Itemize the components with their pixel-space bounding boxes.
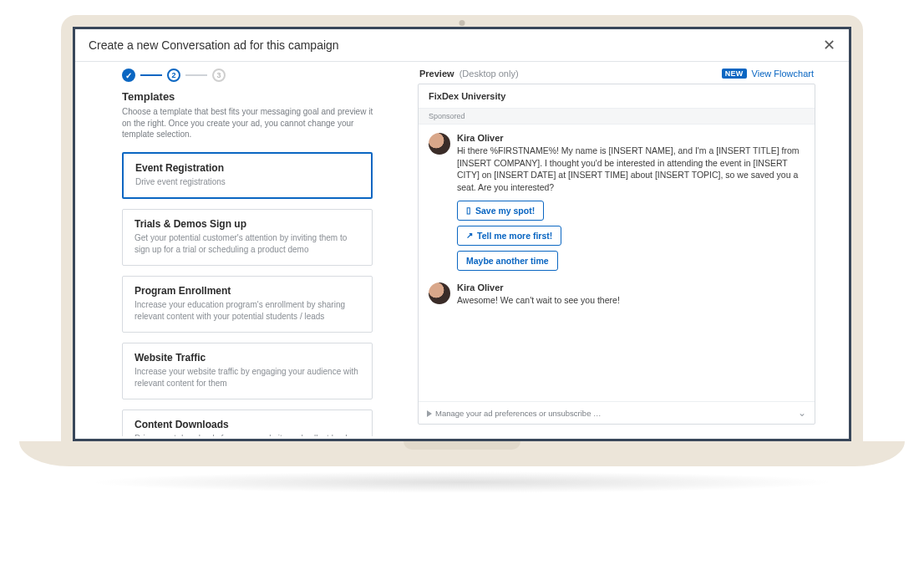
step-line xyxy=(140,74,162,76)
template-desc: Get your potential customer's attention … xyxy=(135,232,360,255)
chevron-down-icon: ⌄ xyxy=(798,407,806,419)
preview-label: Preview xyxy=(419,69,454,79)
templates-desc: Choose a template that best fits your me… xyxy=(122,106,381,140)
avatar xyxy=(429,282,450,304)
template-title: Content Downloads xyxy=(135,419,360,430)
templates-heading: Templates xyxy=(122,90,393,103)
camera-dot xyxy=(459,20,465,26)
laptop-base xyxy=(19,441,905,466)
modal-header: Create a new Conversation ad for this ca… xyxy=(75,29,849,62)
cta-save-spot[interactable]: ▯ Save my spot! xyxy=(457,201,544,221)
view-flowchart-link[interactable]: View Flowchart xyxy=(752,69,814,79)
step-2[interactable]: 2 xyxy=(167,69,180,82)
template-title: Trials & Demos Sign up xyxy=(135,218,360,230)
modal-title: Create a new Conversation ad for this ca… xyxy=(89,38,339,52)
preview-pane: Preview (Desktop only) NEW View Flowchar… xyxy=(393,62,849,436)
message-1: Kira Oliver Hi there %FIRSTNAME%! My nam… xyxy=(429,133,805,271)
preview-footer[interactable]: Manage your ad preferences or unsubscrib… xyxy=(419,401,815,424)
check-icon: ✓ xyxy=(125,71,132,80)
template-title: Website Traffic xyxy=(135,352,360,364)
step-line xyxy=(185,74,207,76)
cta-tell-me-more[interactable]: ↗ Tell me more first! xyxy=(457,226,561,246)
preview-company: FixDex University xyxy=(419,84,815,109)
avatar xyxy=(429,133,450,155)
play-icon xyxy=(427,410,432,417)
phone-icon: ▯ xyxy=(466,206,471,215)
step-1[interactable]: ✓ xyxy=(122,69,135,82)
laptop-shadow xyxy=(86,471,838,493)
sponsored-label: Sponsored xyxy=(419,109,815,125)
message-text: Hi there %FIRSTNAME%! My name is [INSERT… xyxy=(457,145,805,194)
message-text: Awesome! We can't wait to see you there! xyxy=(457,294,805,307)
templates-pane: ✓ 2 3 Templates Choose a template that b… xyxy=(75,62,393,436)
template-title: Program Enrollment xyxy=(135,285,360,297)
template-title: Event Registration xyxy=(135,162,359,174)
footer-text: Manage your ad preferences or unsubscrib… xyxy=(435,409,602,418)
template-card-trials-demos[interactable]: Trials & Demos Sign up Get your potentia… xyxy=(122,209,373,266)
sender-name: Kira Oliver xyxy=(457,133,805,143)
preview-header: Preview (Desktop only) NEW View Flowchar… xyxy=(418,69,815,79)
message-2: Kira Oliver Awesome! We can't wait to se… xyxy=(429,282,805,307)
template-desc: Drive asset downloads from your website … xyxy=(135,433,360,436)
template-card-content-downloads[interactable]: Content Downloads Drive asset downloads … xyxy=(122,410,373,436)
preview-box: FixDex University Sponsored Kira Oliver … xyxy=(418,84,815,425)
template-desc: Increase your website traffic by engagin… xyxy=(135,366,360,389)
cta-label: Maybe another time xyxy=(466,256,549,266)
progress-stepper: ✓ 2 3 xyxy=(122,69,393,82)
sender-name: Kira Oliver xyxy=(457,282,805,292)
template-card-program-enrollment[interactable]: Program Enrollment Increase your educati… xyxy=(122,276,373,333)
step-3[interactable]: 3 xyxy=(212,69,226,82)
close-icon[interactable]: ✕ xyxy=(823,38,835,53)
template-desc: Drive event registrations xyxy=(135,176,359,188)
app-window: Create a new Conversation ad for this ca… xyxy=(73,27,851,441)
template-desc: Increase your education program's enroll… xyxy=(135,299,360,322)
template-card-website-traffic[interactable]: Website Traffic Increase your website tr… xyxy=(122,343,373,399)
cta-label: Save my spot! xyxy=(475,206,535,216)
template-card-event-registration[interactable]: Event Registration Drive event registrat… xyxy=(122,152,373,200)
cta-label: Tell me more first! xyxy=(477,231,552,241)
new-badge: NEW xyxy=(722,69,747,79)
cta-maybe-another-time[interactable]: Maybe another time xyxy=(457,251,558,271)
preview-mode: (Desktop only) xyxy=(459,69,519,79)
external-link-icon: ↗ xyxy=(466,231,473,240)
